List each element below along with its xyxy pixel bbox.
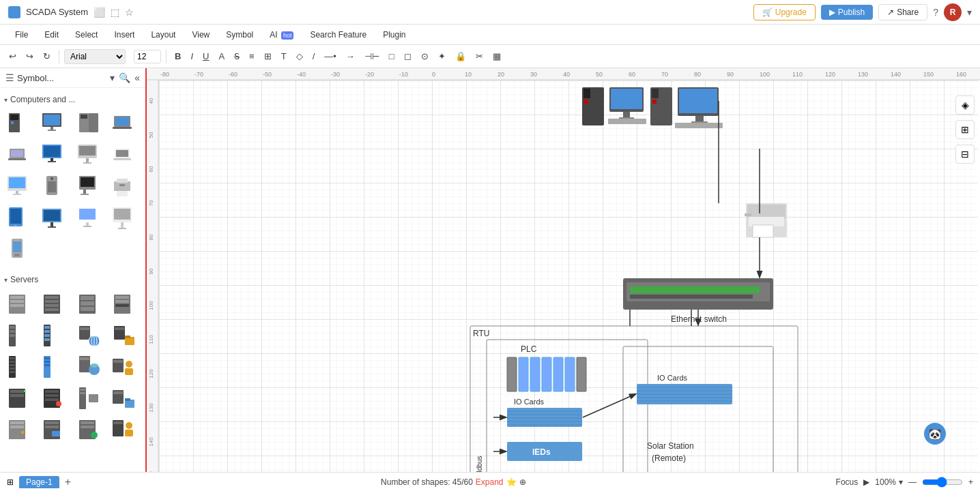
symbol-server-folder[interactable] — [109, 321, 138, 350]
zoom-out-icon[interactable]: — — [908, 477, 917, 487]
grid-tool-button[interactable]: ⊟ — [955, 145, 975, 164]
arrow-button[interactable]: → — [343, 49, 358, 63]
zoom-dropdown-icon[interactable]: ▾ — [899, 477, 903, 487]
minimize-icon[interactable]: ⬜ — [93, 7, 105, 18]
line-style-button[interactable]: —• — [321, 49, 340, 63]
symbol-desktop-monitor[interactable] — [39, 110, 68, 138]
symbol-all-in-one[interactable] — [74, 173, 103, 201]
symbol-server-rack4[interactable] — [39, 353, 68, 381]
font-color-button[interactable]: A — [215, 49, 228, 63]
symbol-mac-pro[interactable] — [39, 173, 68, 201]
symbol-server-db[interactable] — [74, 353, 103, 381]
dropdown-icon[interactable]: ▾ — [110, 72, 115, 83]
symbol-server4[interactable] — [109, 290, 138, 318]
zoom-in-icon[interactable]: + — [968, 477, 973, 487]
menu-view[interactable]: View — [185, 27, 216, 42]
sidebar-toggle-icon[interactable]: ⊞ — [7, 477, 14, 487]
symbol-imac-stand[interactable] — [109, 204, 138, 233]
shape-button[interactable]: □ — [386, 49, 398, 63]
underline-button[interactable]: U — [199, 49, 212, 63]
symbol-laptop[interactable] — [109, 110, 138, 138]
menu-layout[interactable]: Layout — [144, 27, 182, 42]
symbol-server5[interactable] — [4, 384, 33, 413]
focus-label[interactable]: Focus — [836, 477, 859, 487]
maximize-icon[interactable]: ⬚ — [111, 7, 119, 18]
zoom-slider[interactable] — [922, 477, 963, 488]
symbol-tablet[interactable] — [4, 204, 33, 233]
symbol-server2[interactable] — [39, 290, 68, 318]
symbol-printer[interactable] — [109, 173, 138, 201]
symbol-laptop3[interactable] — [109, 141, 138, 170]
eraser-button[interactable]: ◇ — [293, 49, 306, 63]
expand-link[interactable]: Expand — [476, 477, 504, 487]
line-button[interactable]: / — [309, 49, 319, 63]
lock-button[interactable]: 🔒 — [452, 49, 470, 63]
menu-ai[interactable]: AI hot — [263, 27, 300, 42]
connector-button[interactable]: ⊣⊢ — [361, 49, 383, 63]
menu-edit[interactable]: Edit — [38, 27, 66, 42]
symbol-server8[interactable] — [39, 415, 68, 444]
symbol-imac[interactable] — [74, 141, 103, 170]
category-servers[interactable]: ▾ Servers — [4, 272, 141, 287]
symbol-server9[interactable] — [74, 415, 103, 444]
symbol-server7[interactable] — [4, 415, 33, 444]
star-icon[interactable]: ☆ — [125, 7, 134, 18]
menu-insert[interactable]: Insert — [107, 27, 141, 42]
collapse-icon[interactable]: « — [134, 72, 140, 83]
menu-plugin[interactable]: Plugin — [376, 27, 412, 42]
search-icon[interactable]: 🔍 — [119, 72, 130, 83]
unlock-button[interactable]: ✂ — [472, 49, 487, 63]
layers-icon[interactable]: ⊕ — [519, 477, 526, 487]
redo2-button[interactable]: ↻ — [40, 49, 54, 63]
italic-button[interactable]: I — [187, 49, 197, 63]
symbol-imac3[interactable] — [74, 204, 103, 233]
symbol-imac2[interactable] — [4, 173, 33, 201]
symbol-kiosk[interactable] — [4, 235, 33, 264]
avatar[interactable]: R — [944, 3, 962, 21]
bot-icon[interactable]: 🐼 — [924, 423, 946, 445]
help-icon[interactable]: ? — [933, 7, 938, 18]
menu-select[interactable]: Select — [68, 27, 104, 42]
symbol-server-rack1[interactable] — [4, 321, 33, 350]
play-icon[interactable]: ▶ — [863, 477, 869, 487]
search-tool-button[interactable]: ⊞ — [955, 120, 975, 139]
symbol-monitor-flat[interactable] — [39, 204, 68, 233]
publish-button[interactable]: ▶ Publish — [821, 5, 873, 20]
symbol-server-folder2[interactable] — [109, 384, 138, 413]
shape2-button[interactable]: ◻ — [401, 49, 415, 63]
bold-button[interactable]: B — [171, 49, 184, 63]
align-button[interactable]: ≡ — [246, 49, 258, 63]
symbol-server-person2[interactable] — [109, 415, 138, 444]
symbol-server-rack2[interactable] — [39, 321, 68, 350]
share-button[interactable]: ↗ Share — [878, 4, 927, 20]
symbol-server6[interactable] — [39, 384, 68, 413]
table-button[interactable]: ▦ — [489, 49, 504, 63]
symbol-server-person[interactable] — [109, 353, 138, 381]
chevron-down-icon[interactable]: ▾ — [967, 7, 972, 18]
menu-symbol[interactable]: Symbol — [219, 27, 260, 42]
symbol-server-rack3[interactable] — [4, 353, 33, 381]
symbol-server1[interactable] — [4, 290, 33, 318]
symbol-server3[interactable] — [74, 290, 103, 318]
add-page-button[interactable]: + — [65, 476, 71, 488]
symbol-monitor-blue[interactable] — [39, 141, 68, 170]
font-select[interactable]: Arial — [64, 49, 126, 64]
symbol-laptop2[interactable] — [4, 141, 33, 170]
symbol-tower-pc2[interactable] — [74, 110, 103, 138]
strikethrough-button[interactable]: S̶ — [231, 49, 243, 63]
category-computers[interactable]: ▾ Computers and ... — [4, 92, 141, 107]
shape3-button[interactable]: ⊙ — [418, 49, 432, 63]
symbol-tower-pc[interactable] — [4, 110, 33, 138]
menu-file[interactable]: File — [8, 27, 35, 42]
symbol-server-globe[interactable] — [74, 321, 103, 350]
format-tool-button[interactable]: ◈ — [955, 95, 975, 115]
text-button[interactable]: T — [278, 49, 290, 63]
menu-search-feature[interactable]: Search Feature — [303, 27, 373, 42]
shape4-button[interactable]: ✦ — [435, 49, 449, 63]
font-size-input[interactable] — [134, 50, 161, 63]
redo-button[interactable]: ↪ — [23, 49, 37, 63]
upgrade-button[interactable]: 🛒 Upgrade — [753, 4, 816, 20]
align2-button[interactable]: ⊞ — [261, 49, 275, 63]
page-tab[interactable]: Page-1 — [19, 476, 59, 488]
undo-button[interactable]: ↩ — [5, 49, 20, 63]
